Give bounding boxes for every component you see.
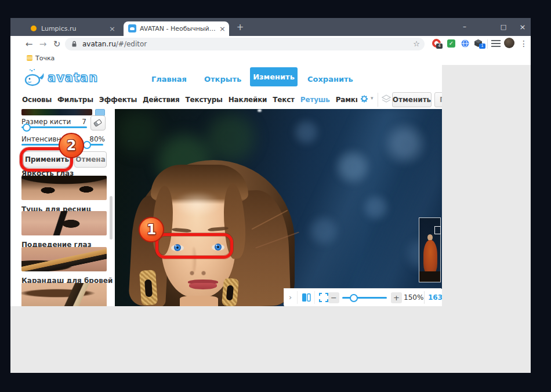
- window-minimize-button[interactable]: –: [458, 21, 471, 32]
- url-text: avatan.ru/#/editor: [82, 40, 147, 48]
- address-bar[interactable]: avatan.ru/#/editor ☆: [65, 38, 425, 50]
- photo-forehead-highlight: [173, 191, 222, 217]
- menubar-divider: [378, 93, 378, 107]
- compare-before-after-icon[interactable]: [302, 293, 311, 302]
- new-tab-button[interactable]: +: [235, 22, 245, 32]
- tab-favicon-lumpics: [31, 26, 37, 31]
- zoom-in-button[interactable]: +: [391, 292, 402, 303]
- photo-white-speck: [258, 109, 262, 112]
- eraser-button[interactable]: [90, 115, 106, 130]
- screenshot-stage: Lumpics.ru × AVATAN - Необычный Фоторед …: [0, 0, 551, 392]
- toolbar-divider: [297, 291, 298, 304]
- extension-globe-icon[interactable]: [461, 39, 469, 48]
- zoom-slider-thumb[interactable]: [350, 294, 358, 302]
- back-icon[interactable]: ←: [23, 38, 35, 50]
- menu-item-frames[interactable]: Рамки: [336, 96, 357, 104]
- eraser-icon: [93, 119, 102, 127]
- profile-avatar[interactable]: [504, 38, 514, 48]
- annotation-rect-eyes: [155, 233, 233, 259]
- url-host: avatan.ru: [82, 40, 116, 48]
- tool-thumbnail-mascara[interactable]: [21, 211, 107, 235]
- tool-thumbnail-brow-pencil[interactable]: [21, 283, 107, 306]
- extension-check-icon[interactable]: ✓: [447, 39, 455, 48]
- canvas-zoom-toolbar: › − + 150% 163: [284, 289, 442, 306]
- brush-size-value: 7: [66, 118, 86, 126]
- menu-item-retouch[interactable]: Ретушь: [300, 96, 330, 104]
- tab-title: AVATAN - Необычный Фоторед: [140, 25, 216, 32]
- close-tab-icon[interactable]: ×: [106, 25, 119, 32]
- browser-titlebar: Lumpics.ru × AVATAN - Необычный Фоторед …: [10, 18, 531, 36]
- brush-size-slider-thumb[interactable]: [23, 124, 31, 132]
- redo-button[interactable]: По: [434, 92, 442, 107]
- navigator-viewport-rect[interactable]: [434, 226, 441, 234]
- panel-scrollbar[interactable]: [110, 196, 113, 239]
- bookmark-star-icon[interactable]: ☆: [413, 39, 420, 48]
- zoom-out-button[interactable]: −: [328, 292, 339, 303]
- browser-toolbar: ← → ↻ avatan.ru/#/editor ☆ 4 ✓ 1: [10, 36, 531, 52]
- tool-thumbnail-eyeliner[interactable]: [21, 247, 107, 271]
- layers-icon[interactable]: [382, 95, 391, 103]
- zoom-slider[interactable]: [342, 297, 387, 299]
- menu-item-text[interactable]: Текст: [273, 96, 295, 104]
- photo-lower-lip: [189, 283, 217, 289]
- color-gradient-strip[interactable]: [21, 109, 92, 115]
- tab-avatan[interactable]: AVATAN - Необычный Фоторед ×: [124, 21, 229, 36]
- bookmark-favicon: [27, 55, 32, 61]
- toolbar-divider: [487, 39, 488, 49]
- zoom-level-value: 150%: [404, 293, 423, 302]
- forward-icon[interactable]: →: [37, 38, 49, 50]
- tab-favicon-avatan: [128, 24, 136, 32]
- brush-size-slider[interactable]: [21, 126, 87, 128]
- browser-window: Lumpics.ru × AVATAN - Необычный Фоторед …: [10, 18, 531, 373]
- nav-edit-button[interactable]: Изменить: [250, 67, 298, 86]
- collapse-chevron-icon[interactable]: ›: [289, 293, 292, 302]
- tool-thumbnail-eye-brightness[interactable]: [21, 176, 107, 200]
- photo-neck: [180, 296, 218, 306]
- image-dimension-value: 163: [428, 293, 442, 302]
- navigator-thumbnail[interactable]: [419, 217, 441, 282]
- site-header: avatan Главная Открыть Изменить Сохранит…: [10, 65, 442, 109]
- settings-gear-icon[interactable]: [360, 94, 369, 103]
- photo-earring-right: [222, 278, 239, 306]
- bookmarks-bar: Точка: [10, 52, 531, 66]
- tab-lumpics[interactable]: Lumpics.ru ×: [25, 21, 119, 36]
- photo-canvas[interactable]: › − + 150% 163: [115, 109, 442, 306]
- menu-item-filters[interactable]: Фильтры: [57, 96, 93, 104]
- extension-cube-badge: 1: [479, 43, 485, 49]
- nav-save-link[interactable]: Сохранить: [307, 75, 353, 84]
- editor-menubar: Основы Фильтры Эффекты Действия Текстуры…: [22, 93, 357, 107]
- browser-menu-icon[interactable]: ⋮: [520, 38, 528, 49]
- navigator-figure-cloak: [423, 240, 437, 274]
- intensity-slider-thumb[interactable]: [83, 141, 91, 149]
- navigator-rocks: [419, 271, 440, 282]
- gear-caret-icon[interactable]: ▾: [371, 95, 374, 101]
- window-maximize-button[interactable]: □: [497, 21, 510, 32]
- tab-title: Lumpics.ru: [41, 25, 106, 32]
- bookmark-item[interactable]: Точка: [35, 55, 55, 62]
- avatan-page: avatan Главная Открыть Изменить Сохранит…: [10, 65, 531, 373]
- photo-earring-left: [139, 270, 158, 306]
- undo-button[interactable]: Отменить: [392, 92, 432, 107]
- avatan-whale-icon: [24, 68, 46, 87]
- menu-item-stickers[interactable]: Наклейки: [229, 96, 267, 104]
- window-close-button[interactable]: ×: [516, 21, 529, 32]
- url-path: /#/editor: [116, 40, 147, 48]
- tab-list-icon[interactable]: [491, 40, 501, 48]
- annotation-step-2: 2: [59, 133, 84, 158]
- toolbar-divider: [314, 291, 315, 304]
- close-tab-icon[interactable]: ×: [216, 25, 229, 32]
- extension-red-badge: 4: [436, 43, 443, 49]
- menu-item-effects[interactable]: Эффекты: [99, 96, 137, 104]
- fullscreen-icon[interactable]: [319, 293, 328, 302]
- lock-icon: [71, 41, 77, 48]
- menu-item-textures[interactable]: Текстуры: [186, 96, 223, 104]
- avatan-logo-text[interactable]: avatan: [48, 71, 98, 85]
- annotation-step-1: 1: [139, 217, 164, 242]
- menu-item-actions[interactable]: Действия: [143, 96, 179, 104]
- photo-nostrils: [188, 270, 208, 276]
- reload-icon[interactable]: ↻: [51, 38, 63, 50]
- toolbar-divider: [424, 291, 425, 304]
- nav-open-link[interactable]: Открыть: [204, 75, 241, 84]
- menu-item-basics[interactable]: Основы: [22, 96, 52, 104]
- nav-home-link[interactable]: Главная: [151, 75, 187, 84]
